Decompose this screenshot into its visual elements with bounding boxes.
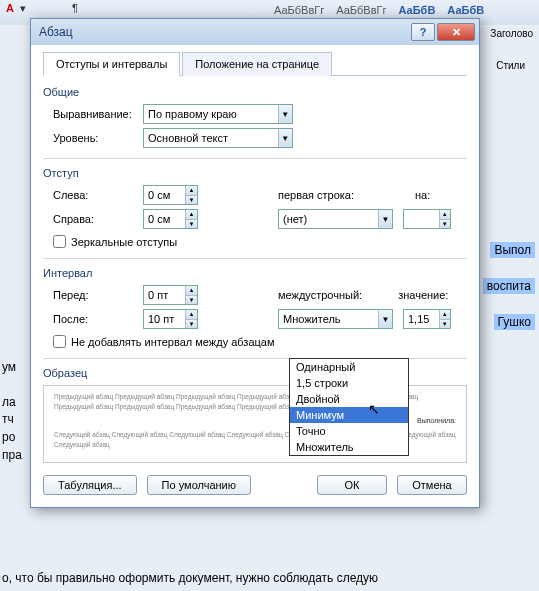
bg-label-heading: Заголово (490, 28, 533, 39)
first-line-combo[interactable]: ▼ (278, 209, 393, 229)
dialog-titlebar[interactable]: Абзац ? ✕ (31, 19, 479, 45)
spin-down-icon[interactable]: ▼ (440, 220, 450, 229)
bg-frag: ум (2, 360, 16, 374)
dropdown-arrow-icon[interactable]: ▼ (278, 105, 292, 123)
mirror-checkbox-input[interactable] (53, 235, 66, 248)
mirror-label: Зеркальные отступы (71, 236, 177, 248)
spin-up-icon[interactable]: ▲ (186, 210, 197, 220)
tab-position[interactable]: Положение на странице (182, 52, 332, 76)
line-spacing-dropdown[interactable]: Одинарный1,5 строкиДвойнойМинимумТочноМн… (289, 358, 409, 456)
dialog-tabs: Отступы и интервалы Положение на страниц… (43, 51, 467, 76)
right-label: Справа: (43, 213, 143, 225)
dropdown-arrow-icon[interactable]: ▼ (278, 129, 292, 147)
after-spinner[interactable]: ▲▼ (143, 309, 198, 329)
tab-indents[interactable]: Отступы и интервалы (43, 52, 180, 76)
no-space-label: Не добавлять интервал между абзацам (71, 336, 275, 348)
by-label: на: (415, 189, 430, 201)
section-indent: Отступ (43, 167, 467, 179)
spin-down-icon[interactable]: ▼ (440, 320, 450, 329)
alignment-input[interactable] (144, 105, 278, 123)
before-label: Перед: (43, 289, 143, 301)
first-line-label: первая строка: (278, 189, 354, 201)
spin-down-icon[interactable]: ▼ (186, 320, 197, 329)
dropdown-option[interactable]: Минимум (290, 407, 408, 423)
line-spacing-label: междустрочный: (278, 289, 362, 301)
bg-label-styles: Стили (496, 60, 525, 71)
level-label: Уровень: (43, 132, 143, 144)
right-input[interactable] (144, 210, 185, 228)
no-space-checkbox[interactable]: Не добавлять интервал между абзацам (53, 335, 467, 348)
after-input[interactable] (144, 310, 185, 328)
ok-button[interactable]: ОК (317, 475, 387, 495)
spin-down-icon[interactable]: ▼ (186, 220, 197, 229)
spin-up-icon[interactable]: ▲ (440, 210, 450, 220)
bg-frag: ро (2, 430, 15, 444)
right-spinner[interactable]: ▲▼ (143, 209, 198, 229)
cancel-button[interactable]: Отмена (397, 475, 467, 495)
section-general: Общие (43, 86, 467, 98)
spin-down-icon[interactable]: ▼ (186, 296, 197, 305)
by-spinner[interactable]: ▲▼ (403, 209, 451, 229)
bg-frag: ла (2, 395, 16, 409)
spin-up-icon[interactable]: ▲ (440, 310, 450, 320)
line-spacing-combo[interactable]: ▼ (278, 309, 393, 329)
spin-down-icon[interactable]: ▼ (186, 196, 197, 205)
dropdown-option[interactable]: Одинарный (290, 359, 408, 375)
left-input[interactable] (144, 186, 185, 204)
help-button[interactable]: ? (411, 23, 435, 41)
dropdown-option[interactable]: 1,5 строки (290, 375, 408, 391)
tabs-button[interactable]: Табуляция... (43, 475, 137, 495)
bg-frag: тч (2, 412, 14, 426)
spin-up-icon[interactable]: ▲ (186, 310, 197, 320)
value-spinner[interactable]: ▲▼ (403, 309, 451, 329)
bg-highlight: воспита (483, 278, 535, 294)
by-input[interactable] (404, 210, 439, 228)
dropdown-arrow-icon[interactable]: ▼ (378, 310, 392, 328)
spin-up-icon[interactable]: ▲ (186, 286, 197, 296)
before-spinner[interactable]: ▲▼ (143, 285, 198, 305)
first-line-input[interactable] (279, 210, 378, 228)
value-label: значение: (398, 289, 448, 301)
dropdown-option[interactable]: Множитель (290, 439, 408, 455)
after-label: После: (43, 313, 143, 325)
level-input[interactable] (144, 129, 278, 147)
spin-up-icon[interactable]: ▲ (186, 186, 197, 196)
bg-highlight: Выпол (490, 242, 535, 258)
default-button[interactable]: По умолчанию (147, 475, 251, 495)
close-button[interactable]: ✕ (437, 23, 475, 41)
value-input[interactable] (404, 310, 439, 328)
before-input[interactable] (144, 286, 185, 304)
left-spinner[interactable]: ▲▼ (143, 185, 198, 205)
alignment-combo[interactable]: ▼ (143, 104, 293, 124)
dropdown-arrow-icon[interactable]: ▼ (378, 210, 392, 228)
paragraph-dialog: Абзац ? ✕ Отступы и интервалы Положение … (30, 18, 480, 508)
bg-highlight: Гушко (494, 314, 535, 330)
bg-bottom-text: о, что бы правильно оформить документ, н… (2, 571, 537, 585)
level-combo[interactable]: ▼ (143, 128, 293, 148)
bg-frag: пра (2, 448, 22, 462)
no-space-checkbox-input[interactable] (53, 335, 66, 348)
mirror-indents-checkbox[interactable]: Зеркальные отступы (53, 235, 467, 248)
left-label: Слева: (43, 189, 143, 201)
dropdown-option[interactable]: Двойной (290, 391, 408, 407)
dialog-title: Абзац (39, 25, 409, 39)
section-spacing: Интервал (43, 267, 467, 279)
line-spacing-input[interactable] (279, 310, 378, 328)
alignment-label: Выравнивание: (43, 108, 143, 120)
style-gallery-bg: АаБбВвГг АаБбВвГг АаБбВ АаБбВ (270, 2, 488, 18)
dropdown-option[interactable]: Точно (290, 423, 408, 439)
